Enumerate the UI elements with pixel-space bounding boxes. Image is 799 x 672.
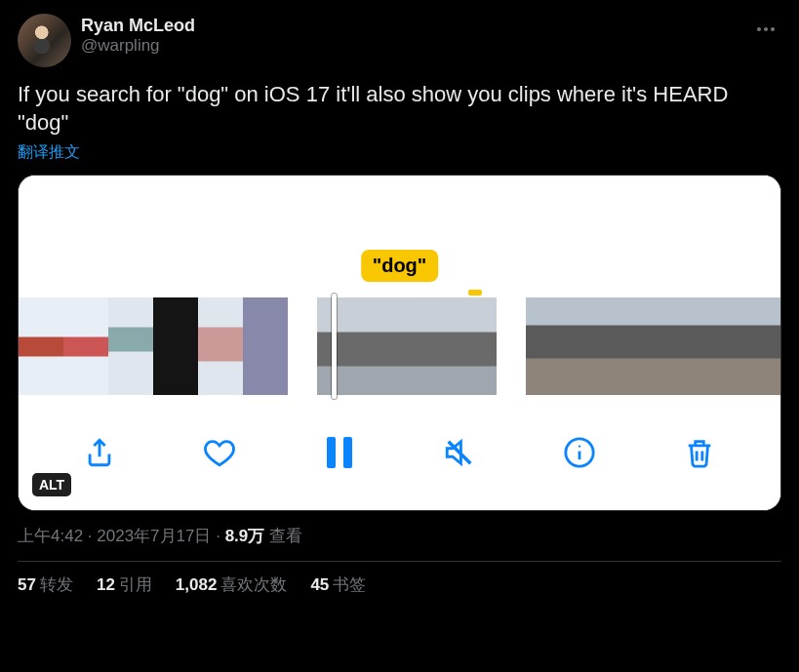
pause-icon — [327, 437, 352, 468]
media-toolbar — [19, 395, 780, 510]
divider — [18, 561, 781, 562]
clip-group-active — [317, 297, 497, 395]
display-name: Ryan McLeod — [81, 16, 740, 36]
stat-likes[interactable]: 1,082喜欢次数 — [176, 573, 288, 596]
share-icon — [83, 436, 116, 469]
video-thumbnail — [407, 297, 452, 395]
stat-label: 书签 — [333, 575, 366, 594]
stat-retweets[interactable]: 57转发 — [18, 573, 73, 596]
tweet-stats: 57转发 12引用 1,082喜欢次数 45书签 — [18, 573, 781, 596]
pause-button[interactable] — [320, 433, 359, 472]
svg-point-6 — [579, 446, 580, 448]
info-button[interactable] — [560, 433, 599, 472]
info-icon — [563, 436, 596, 469]
video-thumbnail — [108, 297, 153, 395]
video-thumbnail — [362, 297, 407, 395]
clip-group — [19, 297, 288, 395]
stat-count: 12 — [97, 575, 115, 594]
handle: @warpling — [81, 36, 740, 56]
meta-separator: · — [83, 527, 97, 545]
views-count: 8.9万 — [225, 527, 265, 545]
video-thumbnail — [660, 297, 705, 395]
tweet-time: 上午4:42 — [18, 527, 83, 545]
like-button[interactable] — [200, 433, 239, 472]
video-filmstrip[interactable] — [19, 297, 780, 395]
stat-label: 转发 — [40, 575, 73, 594]
stat-quotes[interactable]: 12引用 — [97, 573, 152, 596]
video-thumbnail — [526, 297, 571, 395]
share-button[interactable] — [80, 433, 119, 472]
mute-button[interactable] — [440, 433, 479, 472]
stat-count: 1,082 — [176, 575, 218, 594]
alt-badge[interactable]: ALT — [32, 473, 71, 496]
stat-count: 57 — [18, 575, 36, 594]
video-thumbnail — [198, 297, 243, 395]
clip-group — [526, 297, 781, 395]
media-attachment[interactable]: "dog" — [18, 175, 781, 511]
stat-count: 45 — [310, 575, 329, 594]
more-icon — [754, 18, 778, 41]
media-top-area: "dog" — [19, 176, 780, 297]
video-thumbnail — [153, 297, 198, 395]
caption-marker — [468, 290, 482, 296]
stat-bookmarks[interactable]: 45书签 — [310, 573, 366, 596]
svg-point-2 — [771, 27, 775, 31]
stat-label: 引用 — [119, 575, 152, 594]
video-thumbnail — [19, 297, 63, 395]
translate-link[interactable]: 翻译推文 — [18, 142, 80, 163]
mute-icon — [443, 436, 476, 469]
svg-point-0 — [757, 27, 761, 31]
video-thumbnail — [705, 297, 750, 395]
svg-point-1 — [764, 27, 768, 31]
more-button[interactable] — [750, 14, 781, 49]
video-thumbnail — [750, 297, 781, 395]
video-thumbnail — [616, 297, 660, 395]
tweet-date: 2023年7月17日 — [97, 527, 211, 545]
delete-button[interactable] — [680, 433, 719, 472]
video-thumbnail — [243, 297, 288, 395]
video-thumbnail — [452, 297, 497, 395]
tweet-meta[interactable]: 上午4:42 · 2023年7月17日 · 8.9万 查看 — [18, 525, 781, 547]
heart-icon — [203, 436, 236, 469]
stat-label: 喜欢次数 — [220, 575, 287, 594]
caption-highlight: "dog" — [361, 250, 439, 282]
meta-separator: · — [211, 527, 224, 545]
video-thumbnail — [571, 297, 616, 395]
tweet-text: If you search for "dog" on iOS 17 it'll … — [18, 81, 781, 137]
author-names[interactable]: Ryan McLeod @warpling — [81, 14, 740, 56]
video-thumbnail — [317, 297, 362, 395]
tweet-container: Ryan McLeod @warpling If you search for … — [0, 0, 799, 606]
video-thumbnail — [63, 297, 108, 395]
tweet-header: Ryan McLeod @warpling — [18, 14, 781, 67]
trash-icon — [683, 436, 716, 469]
avatar[interactable] — [18, 14, 71, 67]
views-label: 查看 — [264, 527, 302, 545]
